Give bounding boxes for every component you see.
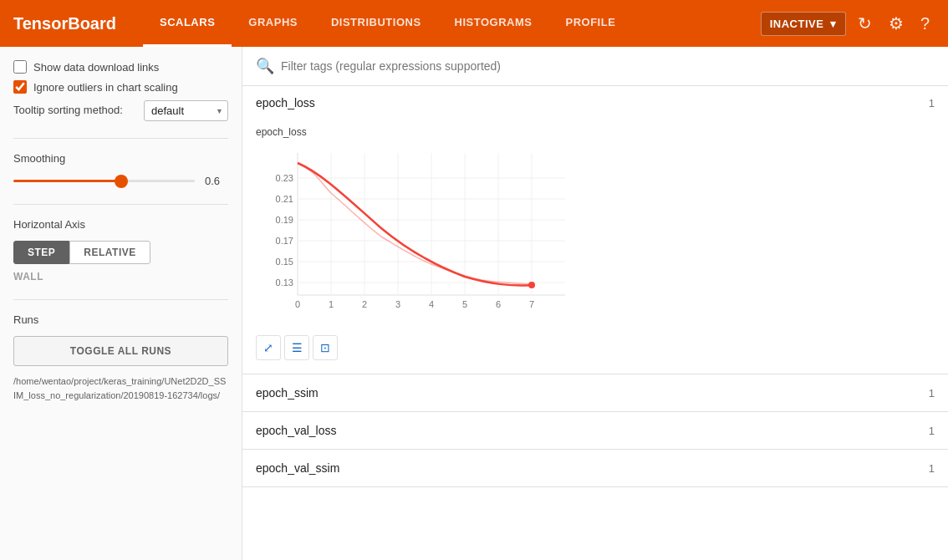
epoch-loss-header[interactable]: epoch_loss 1 [242,86,948,120]
axis-buttons: STEP RELATIVE [13,241,228,264]
svg-text:6: 6 [496,299,501,309]
header-right: INACTIVE ▾ ↻ ⚙ ? [761,8,935,38]
chevron-down-icon: ▾ [830,18,837,30]
app-header: TensorBoard SCALARS GRAPHS DISTRIBUTIONS… [0,0,948,47]
svg-text:0.19: 0.19 [276,215,293,225]
chart-actions: ⤢ ☰ ⊡ [256,335,935,360]
tooltip-sorting-row: Tooltip sorting method: default ascendin… [13,100,228,121]
select-run-icon: ⊡ [320,341,330,354]
nav-tab-histograms[interactable]: HISTOGRAMS [438,0,549,47]
divider-1 [13,138,228,139]
svg-text:2: 2 [362,299,367,309]
wall-label: WALL [13,271,228,283]
epoch-ssim-count: 1 [929,387,935,400]
epoch-loss-chart: 0.23 0.21 0.19 0.17 0.15 0.13 0 1 2 3 4 … [256,145,573,328]
chart-end-dot [528,282,535,288]
ignore-outliers-checkbox[interactable] [13,80,27,94]
help-icon: ? [920,14,930,33]
svg-text:5: 5 [462,299,467,309]
epoch-ssim-title: epoch_ssim [256,386,319,400]
svg-text:4: 4 [429,299,434,309]
expand-icon: ⤢ [263,341,273,354]
horizontal-axis-section: Horizontal Axis STEP RELATIVE WALL [13,218,228,283]
relative-button[interactable]: RELATIVE [69,241,150,264]
refresh-icon: ↻ [858,13,872,33]
expand-chart-button[interactable]: ⤢ [256,335,281,360]
search-icon: 🔍 [256,57,274,75]
app-logo: TensorBoard [13,14,116,33]
runs-section: Runs TOGGLE ALL RUNS /home/wentao/projec… [13,313,228,402]
main-layout: Show data download links Ignore outliers… [0,47,948,560]
horizontal-axis-title: Horizontal Axis [13,218,228,231]
svg-text:1: 1 [329,299,334,309]
filter-bar: 🔍 [242,47,948,86]
runs-title: Runs [13,313,228,326]
smoothing-slider[interactable] [13,180,195,182]
nav-tab-distributions[interactable]: DISTRIBUTIONS [314,0,438,47]
svg-text:0.17: 0.17 [276,236,293,246]
epoch-val-loss-item[interactable]: epoch_val_loss 1 [242,412,948,450]
epoch-val-loss-title: epoch_val_loss [256,424,337,437]
step-button[interactable]: STEP [13,241,69,264]
status-dropdown[interactable]: INACTIVE ▾ [761,12,846,36]
run-path: /home/wentao/project/keras_training/UNet… [13,374,228,402]
svg-text:0.15: 0.15 [276,257,293,267]
epoch-val-ssim-count: 1 [929,462,935,475]
filter-input[interactable] [281,59,935,73]
settings-icon: ⚙ [889,13,904,33]
smoothing-value: 0.6 [205,175,228,187]
epoch-loss-count: 1 [929,97,935,109]
svg-text:7: 7 [529,299,534,309]
epoch-val-loss-count: 1 [929,425,935,437]
chart-container: 0.23 0.21 0.19 0.17 0.15 0.13 0 1 2 3 4 … [256,145,935,328]
svg-text:0.13: 0.13 [276,277,293,288]
divider-2 [13,204,228,205]
select-run-button[interactable]: ⊡ [313,335,338,360]
svg-text:0: 0 [295,299,300,309]
divider-3 [13,299,228,300]
sidebar: Show data download links Ignore outliers… [0,47,242,560]
main-nav: SCALARS GRAPHS DISTRIBUTIONS HISTOGRAMS … [143,0,761,47]
epoch-loss-section: epoch_loss 1 epoch_loss [242,86,948,374]
svg-text:0.21: 0.21 [276,194,293,204]
nav-tab-scalars[interactable]: SCALARS [143,0,232,47]
tooltip-sorting-label: Tooltip sorting method: [13,103,137,118]
epoch-loss-body: epoch_loss [242,120,948,374]
show-download-row: Show data download links [13,60,228,74]
epoch-val-ssim-title: epoch_val_ssim [256,461,339,475]
svg-text:3: 3 [395,299,400,309]
show-download-label[interactable]: Show data download links [33,61,159,74]
ignore-outliers-row: Ignore outliers in chart scaling [13,80,228,94]
main-content: 🔍 epoch_loss 1 epoch_loss [242,47,948,560]
smoothing-row: 0.6 [13,175,228,187]
epoch-val-ssim-item[interactable]: epoch_val_ssim 1 [242,450,948,487]
svg-text:0.23: 0.23 [276,173,293,183]
refresh-button[interactable]: ↻ [853,8,877,38]
tooltip-sorting-select[interactable]: default ascending descending nearest [144,100,228,121]
ignore-outliers-label[interactable]: Ignore outliers in chart scaling [33,81,178,94]
display-options: Show data download links Ignore outliers… [13,60,228,121]
data-table-button[interactable]: ☰ [284,335,309,360]
settings-button[interactable]: ⚙ [884,8,909,38]
smoothing-title: Smoothing [13,152,228,165]
tooltip-sorting-wrapper: default ascending descending nearest [144,100,228,121]
nav-tab-graphs[interactable]: GRAPHS [232,0,314,47]
epoch-loss-title: epoch_loss [256,96,315,109]
epoch-ssim-item[interactable]: epoch_ssim 1 [242,374,948,412]
table-icon: ☰ [292,341,303,354]
status-label: INACTIVE [770,18,824,30]
chart-label: epoch_loss [256,126,935,138]
help-button[interactable]: ? [915,9,935,38]
show-download-checkbox[interactable] [13,60,27,74]
nav-tab-profile[interactable]: PROFILE [548,0,632,47]
smoothing-section: Smoothing 0.6 [13,152,228,187]
toggle-all-runs-button[interactable]: TOGGLE ALL RUNS [13,336,228,366]
